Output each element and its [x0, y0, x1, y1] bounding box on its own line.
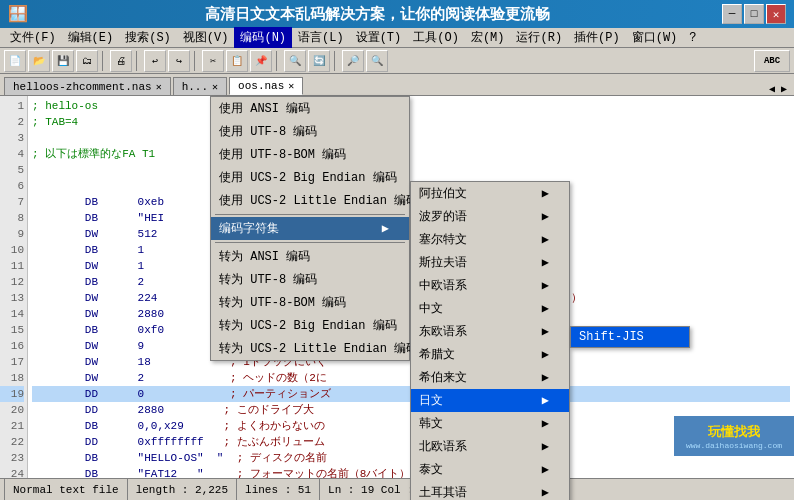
toolbar: 📄 📂 💾 🗂 🖨 ↩ ↪ ✂ 📋 📌 🔍 🔄 🔎 🔍 ABC	[0, 48, 794, 74]
open-button[interactable]: 📂	[28, 50, 50, 72]
menu-charset-arrow: ▶	[382, 221, 389, 236]
menu-settings[interactable]: 设置(T)	[350, 27, 408, 48]
line-num-13: 13	[0, 290, 24, 306]
toolbar-separator-1	[102, 51, 106, 71]
menu-use-utf8bom-label: 使用 UTF-8-BOM 编码	[219, 146, 346, 163]
menu-use-ucs2le[interactable]: 使用 UCS-2 Little Endian 编码	[211, 189, 409, 212]
tab-h[interactable]: h... ✕	[173, 77, 227, 95]
line-num-2: 2	[0, 114, 24, 130]
tab-close-1[interactable]: ✕	[156, 81, 162, 93]
watermark: 玩懂找我 www.daihaosiwang.com	[674, 416, 794, 456]
tab-close-2[interactable]: ✕	[212, 81, 218, 93]
code-line-12: DB 2	[32, 274, 790, 290]
toolbar-separator-5	[334, 51, 338, 71]
line-num-21: 21	[0, 418, 24, 434]
paste-button[interactable]: 📌	[250, 50, 272, 72]
menu-search[interactable]: 搜索(S)	[119, 27, 177, 48]
menu-to-ansi[interactable]: 转为 ANSI 编码	[211, 245, 409, 268]
menu-edit[interactable]: 编辑(E)	[62, 27, 120, 48]
zoom-out-button[interactable]: 🔍	[366, 50, 388, 72]
menu-run[interactable]: 运行(R)	[510, 27, 568, 48]
save-button[interactable]: 💾	[52, 50, 74, 72]
menu-window[interactable]: 窗口(W)	[626, 27, 684, 48]
menu-language[interactable]: 语言(L)	[292, 27, 350, 48]
status-bar: Normal text file length : 2,225 lines : …	[0, 478, 794, 500]
code-line-15: DB 0xf0 ; メディアのタイプ	[32, 322, 790, 338]
menu-use-ansi[interactable]: 使用 ANSI 编码	[211, 97, 409, 120]
line-num-6: 6	[0, 178, 24, 194]
minimize-button[interactable]: ─	[722, 4, 742, 24]
window-controls: ─ □ ✕	[722, 4, 786, 24]
status-position: Ln : 19 Col : 40 Sel : 0 | 0	[320, 479, 522, 500]
watermark-main-text: 玩懂找我	[708, 423, 760, 441]
menu-encoding[interactable]: 编码(N)	[234, 27, 292, 48]
code-line-4: ; 以下は標準的なFA T1	[32, 146, 790, 162]
code-line-10: DB 1 ; セクタ目からにする）	[32, 242, 790, 258]
line-num-7: 7	[0, 194, 24, 210]
toolbar-separator-2	[136, 51, 140, 71]
menu-tools[interactable]: 工具(O)	[407, 27, 465, 48]
tab-scroll-right[interactable]: ▶	[778, 83, 790, 95]
tab-helloos-zhcomment[interactable]: helloos-zhcomment.nas ✕	[4, 77, 171, 95]
line-num-24: 24	[0, 466, 24, 478]
new-button[interactable]: 📄	[4, 50, 26, 72]
app-icon: 🪟	[8, 4, 28, 24]
tab-close-3[interactable]: ✕	[288, 80, 294, 92]
menu-file[interactable]: 文件(F)	[4, 27, 62, 48]
menu-to-utf8bom[interactable]: 转为 UTF-8-BOM 编码	[211, 291, 409, 314]
line-num-17: 17	[0, 354, 24, 370]
find-button[interactable]: 🔍	[284, 50, 306, 72]
toolbar-separator-3	[194, 51, 198, 71]
code-line-18: DW 2 ; ヘッドの数（2に	[32, 370, 790, 386]
menu-use-ucs2be-label: 使用 UCS-2 Big Endian 编码	[219, 169, 397, 186]
menu-plugins[interactable]: 插件(P)	[568, 27, 626, 48]
tab-scroll-controls: ◀ ▶	[766, 83, 790, 95]
zoom-in-button[interactable]: 🔎	[342, 50, 364, 72]
code-line-5	[32, 162, 790, 178]
cut-button[interactable]: ✂	[202, 50, 224, 72]
title-bar: 🪟 高清日文文本乱码解决方案，让你的阅读体验更流畅 ─ □ ✕	[0, 0, 794, 28]
menu-to-ansi-label: 转为 ANSI 编码	[219, 248, 310, 265]
menu-use-utf8bom[interactable]: 使用 UTF-8-BOM 编码	[211, 143, 409, 166]
line-num-4: 4	[0, 146, 24, 162]
undo-button[interactable]: ↩	[144, 50, 166, 72]
menu-to-ucs2le[interactable]: 转为 UCS-2 Little Endian 编码	[211, 337, 409, 360]
line-num-19: 19	[0, 386, 24, 402]
redo-button[interactable]: ↪	[168, 50, 190, 72]
line-num-11: 11	[0, 258, 24, 274]
abc-button[interactable]: ABC	[754, 50, 790, 72]
tab-oos[interactable]: oos.nas ✕	[229, 77, 303, 95]
menu-to-ucs2be[interactable]: 转为 UCS-2 Big Endian 编码	[211, 314, 409, 337]
print-button[interactable]: 🖨	[110, 50, 132, 72]
code-line-8: DB "HEI ; ばいけない）	[32, 210, 790, 226]
copy-button[interactable]: 📋	[226, 50, 248, 72]
status-filetype: Normal text file	[4, 479, 128, 500]
menu-use-utf8-label: 使用 UTF-8 编码	[219, 123, 317, 140]
status-lines: lines : 51	[237, 479, 320, 500]
menu-use-ucs2be[interactable]: 使用 UCS-2 Big Endian 编码	[211, 166, 409, 189]
save-all-button[interactable]: 🗂	[76, 50, 98, 72]
menu-charset[interactable]: 编码字符集 ▶	[211, 217, 409, 240]
window-title: 高清日文文本乱码解决方案，让你的阅读体验更流畅	[32, 5, 722, 24]
menu-view[interactable]: 视图(V)	[177, 27, 235, 48]
code-line-9: DW 512 ; ければいけない）	[32, 226, 790, 242]
line-numbers: 1 2 3 4 5 6 7 8 9 10 11 12 13 14 15 16 1…	[0, 96, 28, 478]
menu-help[interactable]: ?	[683, 29, 702, 47]
status-length: length : 2,225	[128, 479, 237, 500]
replace-button[interactable]: 🔄	[308, 50, 330, 72]
encoding-menu[interactable]: 使用 ANSI 编码 使用 UTF-8 编码 使用 UTF-8-BOM 编码 使…	[210, 96, 410, 361]
tab-scroll-left[interactable]: ◀	[766, 83, 778, 95]
maximize-button[interactable]: □	[744, 4, 764, 24]
tab-label-3: oos.nas	[238, 80, 284, 92]
menu-to-utf8[interactable]: 转为 UTF-8 编码	[211, 268, 409, 291]
menu-use-utf8[interactable]: 使用 UTF-8 编码	[211, 120, 409, 143]
editor-area: 1 2 3 4 5 6 7 8 9 10 11 12 13 14 15 16 1…	[0, 96, 794, 478]
line-num-8: 8	[0, 210, 24, 226]
line-num-22: 22	[0, 434, 24, 450]
menu-macro[interactable]: 宏(M)	[465, 27, 511, 48]
tab-bar: helloos-zhcomment.nas ✕ h... ✕ oos.nas ✕…	[0, 74, 794, 96]
close-button[interactable]: ✕	[766, 4, 786, 24]
menu-bar: 文件(F) 编辑(E) 搜索(S) 视图(V) 编码(N) 语言(L) 设置(T…	[0, 28, 794, 48]
line-num-9: 9	[0, 226, 24, 242]
code-line-13: DW 224 ; ルートディレクタ （普通は224エントリにする）	[32, 290, 790, 306]
